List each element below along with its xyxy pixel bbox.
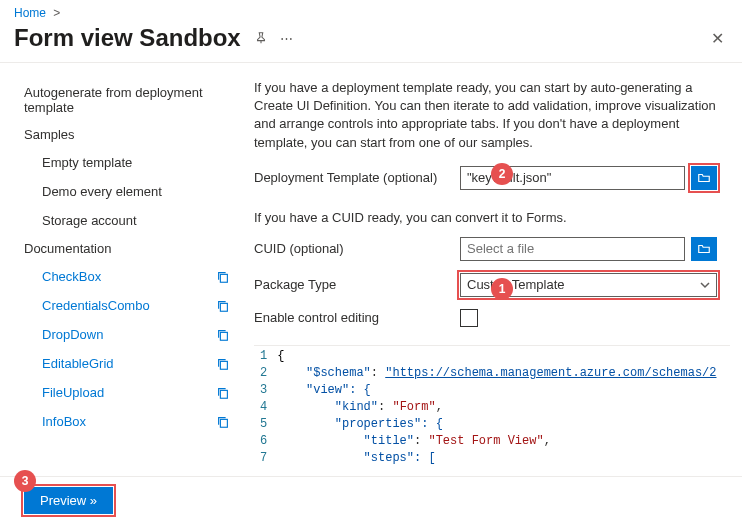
svg-rect-5 — [220, 419, 227, 427]
sidebar-group-samples[interactable]: Samples — [24, 121, 238, 148]
breadcrumb-home[interactable]: Home — [14, 6, 46, 20]
sidebar-item-label: DropDown — [42, 327, 103, 342]
sidebar-item-empty-template[interactable]: Empty template — [24, 148, 238, 177]
svg-rect-1 — [220, 303, 227, 311]
cuid-input[interactable] — [460, 237, 685, 261]
svg-rect-0 — [220, 274, 227, 282]
svg-rect-2 — [220, 332, 227, 340]
chevron-down-icon — [700, 280, 710, 290]
copy-icon[interactable] — [216, 270, 230, 284]
more-icon[interactable]: ⋯ — [279, 30, 295, 46]
copy-icon[interactable] — [216, 386, 230, 400]
field-cuid: CUID (optional) — [254, 237, 730, 261]
sidebar-item-label: CredentialsCombo — [42, 298, 150, 313]
intro-text: If you have a deployment template ready,… — [254, 79, 730, 152]
folder-icon — [697, 171, 711, 185]
sidebar-item-fileupload[interactable]: FileUpload — [24, 378, 238, 407]
footer: Preview » — [0, 476, 742, 524]
sidebar-item-label: CheckBox — [42, 269, 101, 284]
cuid-hint: If you have a CUID ready, you can conver… — [254, 210, 730, 225]
copy-icon[interactable] — [216, 328, 230, 342]
sidebar-item-label: EditableGrid — [42, 356, 114, 371]
sidebar-item-label: Storage account — [42, 213, 137, 228]
page-header: Form view Sandbox ⋯ ✕ — [0, 22, 742, 63]
browse-cuid-button[interactable] — [691, 237, 717, 261]
sidebar-item-demo-every-element[interactable]: Demo every element — [24, 177, 238, 206]
chevron-right-icon: > — [53, 6, 60, 20]
sidebar-item-storage-account[interactable]: Storage account — [24, 206, 238, 235]
sidebar-item-checkbox[interactable]: CheckBox — [24, 262, 238, 291]
callout-2: 2 — [491, 163, 513, 185]
sidebar-autogenerate[interactable]: Autogenerate from deployment template — [24, 79, 238, 121]
field-label: CUID (optional) — [254, 241, 454, 256]
pin-icon[interactable] — [253, 30, 269, 46]
copy-icon[interactable] — [216, 299, 230, 313]
copy-icon[interactable] — [216, 357, 230, 371]
sidebar-item-credentialscombo[interactable]: CredentialsCombo — [24, 291, 238, 320]
page-title: Form view Sandbox — [14, 24, 241, 52]
copy-icon[interactable] — [216, 415, 230, 429]
sidebar-item-label: Demo every element — [42, 184, 162, 199]
svg-rect-3 — [220, 361, 227, 369]
sidebar-item-label: Empty template — [42, 155, 132, 170]
breadcrumb: Home > — [0, 0, 742, 22]
close-icon[interactable]: ✕ — [707, 25, 728, 52]
main-content: If you have a deployment template ready,… — [246, 63, 742, 493]
enable-editing-checkbox[interactable] — [460, 309, 478, 327]
sidebar-group-documentation[interactable]: Documentation — [24, 235, 238, 262]
field-label: Deployment Template (optional) — [254, 170, 454, 185]
sidebar-item-infobox[interactable]: InfoBox — [24, 407, 238, 436]
field-label: Package Type — [254, 277, 454, 292]
sidebar-item-dropdown[interactable]: DropDown — [24, 320, 238, 349]
sidebar-item-label: InfoBox — [42, 414, 86, 429]
preview-button[interactable]: Preview » — [24, 487, 113, 514]
callout-3: 3 — [14, 470, 36, 492]
field-enable-editing: Enable control editing — [254, 309, 730, 327]
code-content[interactable]: { "$schema": "https://schema.management.… — [277, 346, 716, 493]
sidebar-item-label: FileUpload — [42, 385, 104, 400]
browse-deployment-button[interactable] — [691, 166, 717, 190]
select-value: CustomTemplate — [467, 277, 565, 292]
sidebar: Autogenerate from deployment template Sa… — [0, 63, 246, 493]
svg-rect-4 — [220, 390, 227, 398]
callout-1: 1 — [491, 278, 513, 300]
line-gutter: 1234567 — [254, 346, 277, 493]
folder-icon — [697, 242, 711, 256]
sidebar-item-editablegrid[interactable]: EditableGrid — [24, 349, 238, 378]
field-label: Enable control editing — [254, 310, 454, 325]
code-editor[interactable]: 1234567 { "$schema": "https://schema.man… — [254, 345, 730, 493]
